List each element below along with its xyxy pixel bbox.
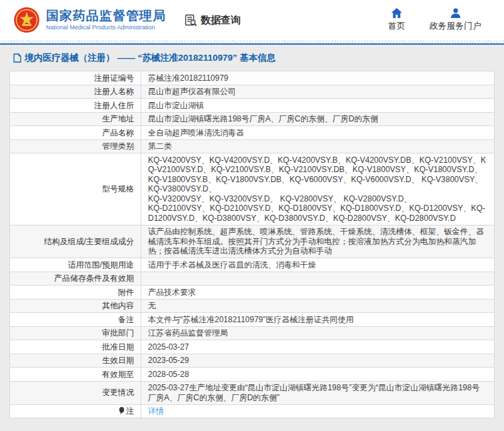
table-row: 附件产品技术要求 [10, 286, 495, 300]
table-row: 产品名称全自动超声喷淋清洗消毒器 [10, 126, 495, 140]
document-icon [13, 53, 21, 63]
table-row: 注册人住所昆山市淀山湖镇 [10, 99, 495, 113]
data-query-label: 数据查询 [201, 14, 241, 27]
row-value: 昆山市超声仪器有限公司 [141, 85, 495, 99]
row-value: 2025-03-27 [141, 340, 495, 354]
table-row: 批准日期2025-03-27 [10, 340, 495, 354]
site-header: 国家药品监督管理局 National Medical Products Admi… [0, 0, 504, 40]
row-label: 备注 [10, 313, 141, 327]
row-label: 产品名称 [10, 126, 141, 140]
row-label: 产品储存条件及有效期 [10, 272, 141, 286]
table-row: 生效日期2023-05-29 [10, 354, 495, 368]
nav-portal-label: 政务服务门户 [429, 20, 481, 32]
row-value: 全自动超声喷淋清洗消毒器 [141, 126, 495, 140]
data-query-icon [185, 14, 197, 27]
table-row: 注 详情 [10, 404, 495, 418]
table-row: 结构及组成/主要组成成分该产品由控制系统、超声系统、喷淋系统、管路系统、干燥系统… [10, 225, 495, 258]
row-label: 注册证编号 [10, 71, 141, 85]
page-title-text: 境内医疗器械（注册） —— “苏械注准20182110979” 基本信息 [25, 52, 276, 64]
table-row: 变更情况2025-03-27生产地址变更由“昆山市淀山湖镇曙光路198号”变更为… [10, 381, 495, 404]
row-label: 适用范围/预期用途 [10, 258, 141, 272]
table-row: 注册证编号苏械注准20182110979 [10, 71, 495, 85]
table-row: 审批部门江苏省药品监督管理局 [10, 326, 495, 340]
table-row: 管理类别第二类 [10, 139, 495, 153]
row-value: 苏械注准20182110979 [141, 71, 495, 85]
table-row: 其他内容无 [10, 299, 495, 313]
row-label: 管理类别 [10, 139, 141, 153]
home-icon [391, 8, 402, 18]
row-value [141, 272, 495, 286]
nav-home[interactable]: 首页 [388, 8, 405, 32]
row-label-text: 注 [126, 406, 134, 416]
row-value: 昆山市淀山湖镇曙光路198号厂房A、厂房C的东侧、厂房D的东侧 [141, 112, 495, 126]
header-right-nav: 首页 政务服务门户 [388, 8, 492, 32]
row-value: 本文件与“苏械注准20182110979”医疗器械注册证共同使用 [141, 313, 495, 327]
logo-title: 国家药品监督管理局 [46, 9, 166, 23]
page-title: 境内医疗器械（注册） —— “苏械注准20182110979” 基本信息 [13, 52, 495, 64]
nav-home-label: 首页 [388, 20, 405, 32]
table-row: 型号规格KQ-V4200VSY、KQ-V4200VSY.D、KQ-V4200VS… [10, 153, 495, 226]
row-label: 型号规格 [10, 153, 141, 226]
row-label: 注册人名称 [10, 85, 141, 99]
row-label: 变更情况 [10, 381, 141, 404]
site-logo[interactable]: 国家药品监督管理局 National Medical Products Admi… [13, 7, 166, 33]
table-row: 注册人名称昆山市超声仪器有限公司 [10, 85, 495, 99]
table-row: 适用范围/预期用途适用于手术器械及医疗器皿的清洗、消毒和干燥 [10, 258, 495, 272]
row-value: 第二类 [141, 139, 495, 153]
row-value: 昆山市淀山湖镇 [141, 99, 495, 113]
row-value: 2023-05-29 [141, 354, 495, 368]
note-balloon-icon [119, 407, 125, 414]
nav-portal[interactable]: 政务服务门户 [429, 8, 481, 32]
header-divider [0, 40, 504, 45]
screen: 国家药品监督管理局 National Medical Products Admi… [0, 0, 504, 431]
row-label: 审批部门 [10, 326, 141, 340]
row-label: 注册人住所 [10, 99, 141, 113]
info-table: 注册证编号苏械注准20182110979 注册人名称昆山市超声仪器有限公司 注册… [9, 71, 495, 418]
row-value: 江苏省药品监督管理局 [141, 326, 495, 340]
row-label: 生效日期 [10, 354, 141, 368]
table-row: 备注本文件与“苏械注准20182110979”医疗器械注册证共同使用 [10, 313, 495, 327]
row-label: 附件 [10, 286, 141, 300]
user-icon [451, 8, 461, 18]
national-emblem-icon [13, 7, 40, 33]
row-label: 有效期至 [10, 368, 141, 382]
table-row: 生产地址昆山市淀山湖镇曙光路198号厂房A、厂房C的东侧、厂房D的东侧 [10, 112, 495, 126]
detail-link[interactable]: 详情 [148, 406, 164, 416]
row-label: 其他内容 [10, 299, 141, 313]
row-value: 无 [141, 299, 495, 313]
row-value: 产品技术要求 [141, 286, 495, 300]
row-value: 详情 [141, 404, 495, 418]
logo-subtitle: National Medical Products Administration [46, 23, 166, 31]
row-value: KQ-V4200VSY、KQ-V4200VSY.D、KQ-V4200VSY.B、… [141, 153, 495, 226]
main-content: 境内医疗器械（注册） —— “苏械注准20182110979” 基本信息 注册证… [0, 45, 504, 418]
row-value: 适用于手术器械及医疗器皿的清洗、消毒和干燥 [141, 258, 495, 272]
table-row: 有效期至2028-05-28 [10, 368, 495, 382]
row-value: 2028-05-28 [141, 368, 495, 382]
row-label: 生产地址 [10, 112, 141, 126]
row-label: 结构及组成/主要组成成分 [10, 225, 141, 258]
row-value: 2025-03-27生产地址变更由“昆山市淀山湖镇曙光路198号”变更为“昆山市… [141, 381, 495, 404]
row-value: 该产品由控制系统、超声系统、喷淋系统、管路系统、干燥系统、清洗槽体、框架、钣金件… [141, 225, 495, 258]
logo-text: 国家药品监督管理局 National Medical Products Admi… [46, 9, 166, 31]
row-label-note: 注 [10, 404, 141, 418]
data-query-nav[interactable]: 数据查询 [185, 14, 241, 27]
row-label: 批准日期 [10, 340, 141, 354]
table-row: 产品储存条件及有效期 [10, 272, 495, 286]
